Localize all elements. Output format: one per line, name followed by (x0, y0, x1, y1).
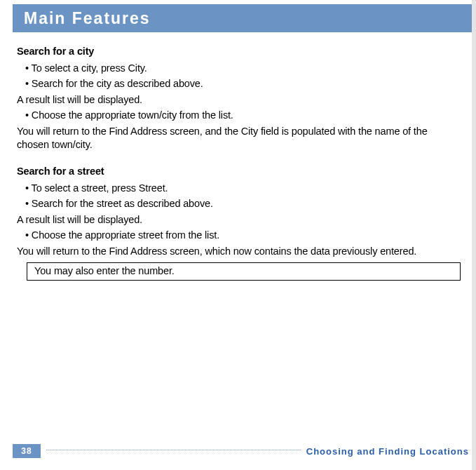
bullet-text: • To select a city, press City. (25, 62, 461, 76)
bullet-text: • Choose the appropriate street from the… (25, 229, 461, 243)
footer-dotted-rule (46, 450, 301, 450)
page-content: Search for a city • To select a city, pr… (0, 32, 476, 281)
note-box: You may also enter the number. (27, 262, 461, 281)
footer-section-label: Choosing and Finding Locations (306, 446, 469, 457)
bullet-text: • To select a street, press Street. (25, 182, 461, 196)
body-text: You will return to the Find Address scre… (17, 245, 461, 259)
body-text: A result list will be displayed. (17, 93, 461, 107)
page-footer: 38 Choosing and Finding Locations (0, 443, 476, 459)
section-heading-street: Search for a street (17, 165, 461, 179)
page-number-badge: 38 (13, 444, 41, 458)
bullet-text: • Choose the appropriate town/city from … (25, 109, 461, 123)
body-text: You will return to the Find Address scre… (17, 125, 461, 152)
bullet-text: • Search for the street as described abo… (25, 197, 461, 211)
page-right-border (472, 0, 476, 470)
note-text: You may also enter the number. (34, 265, 175, 276)
body-text: A result list will be displayed. (17, 213, 461, 227)
section-heading-city: Search for a city (17, 45, 461, 59)
bullet-text: • Search for the city as described above… (25, 77, 461, 91)
page-title: Main Features (24, 9, 151, 28)
header-bar: Main Features (13, 4, 472, 32)
